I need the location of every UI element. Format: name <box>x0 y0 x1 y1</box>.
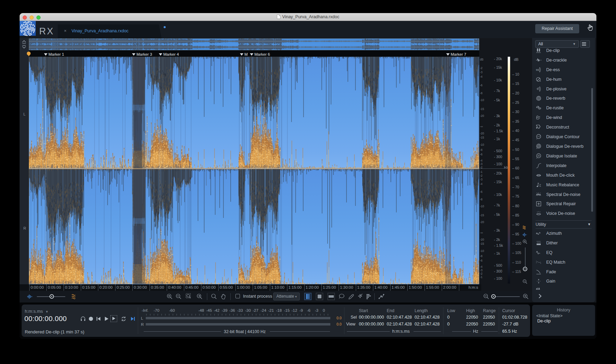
svg-text:ss: ss <box>536 68 539 71</box>
